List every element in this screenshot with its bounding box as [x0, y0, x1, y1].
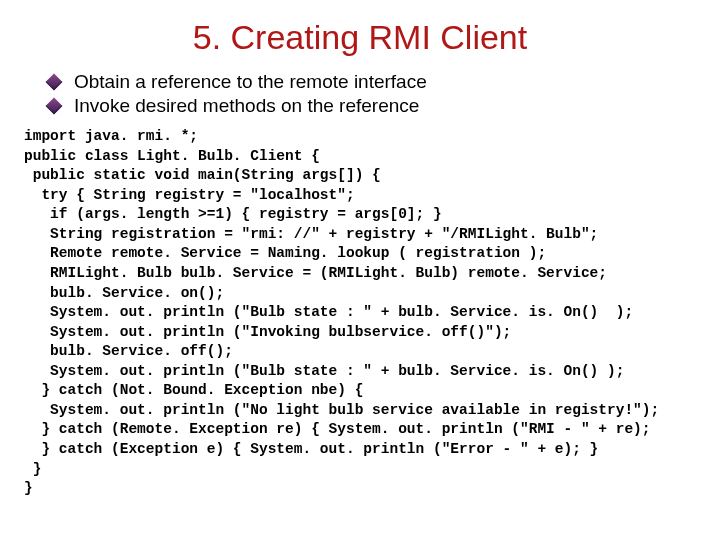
- list-item: Invoke desired methods on the reference: [48, 95, 696, 117]
- diamond-icon: [46, 74, 63, 91]
- list-item: Obtain a reference to the remote interfa…: [48, 71, 696, 93]
- code-block: import java. rmi. *; public class Light.…: [24, 127, 696, 499]
- slide: 5. Creating RMI Client Obtain a referenc…: [0, 0, 720, 540]
- bullet-list: Obtain a reference to the remote interfa…: [48, 71, 696, 117]
- bullet-text: Invoke desired methods on the reference: [74, 95, 419, 117]
- diamond-icon: [46, 98, 63, 115]
- bullet-text: Obtain a reference to the remote interfa…: [74, 71, 427, 93]
- page-title: 5. Creating RMI Client: [24, 18, 696, 57]
